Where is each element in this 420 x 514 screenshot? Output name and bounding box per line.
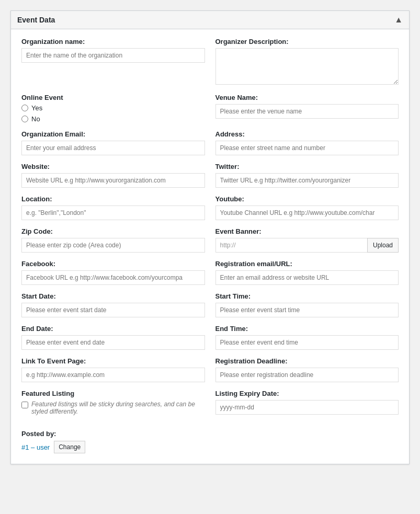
listing-expiry-label: Listing Expiry Date: bbox=[215, 390, 399, 397]
col-facebook: Facebook: bbox=[21, 260, 205, 285]
radio-no-item[interactable]: No bbox=[21, 115, 205, 123]
row-website-twitter: Website: Twitter: bbox=[21, 163, 399, 188]
org-desc-textarea[interactable] bbox=[215, 48, 399, 85]
online-event-radio-group: Yes No bbox=[21, 104, 205, 123]
col-venue-name: Venue Name: bbox=[215, 94, 399, 123]
radio-no[interactable] bbox=[21, 116, 28, 122]
row-link-deadline: Link To Event Page: Registration Deadlin… bbox=[21, 357, 399, 382]
upload-button[interactable]: Upload bbox=[367, 238, 399, 253]
col-address: Address: bbox=[215, 130, 399, 155]
reg-deadline-label: Registration Deadline: bbox=[215, 357, 399, 365]
end-time-label: End Time: bbox=[215, 325, 399, 333]
collapse-arrow[interactable]: ▲ bbox=[394, 15, 403, 25]
posted-by-section: Posted by: #1 – user Change bbox=[21, 430, 399, 453]
listing-expiry-input[interactable] bbox=[215, 400, 399, 415]
radio-yes-label: Yes bbox=[31, 104, 42, 112]
col-zip: Zip Code: bbox=[21, 227, 205, 253]
posted-by-row: #1 – user Change bbox=[21, 441, 399, 453]
radio-no-label: No bbox=[31, 115, 40, 123]
col-listing-expiry: Listing Expiry Date: bbox=[215, 390, 399, 422]
event-data-panel: Event Data ▲ Organization name: Organize… bbox=[10, 10, 410, 464]
end-date-label: End Date: bbox=[21, 325, 205, 333]
featured-desc-text: Featured listings will be sticky during … bbox=[31, 401, 205, 415]
row-start-date-time: Start Date: Start Time: bbox=[21, 292, 399, 317]
zip-label: Zip Code: bbox=[21, 227, 205, 235]
featured-desc-row: Featured listings will be sticky during … bbox=[21, 401, 205, 415]
col-location: Location: bbox=[21, 195, 205, 220]
row-org-name-desc: Organization name: Organizer Description… bbox=[21, 38, 399, 86]
start-date-input[interactable] bbox=[21, 303, 205, 317]
row-featured-expiry: Featured Listing Featured listings will … bbox=[21, 390, 399, 422]
website-label: Website: bbox=[21, 163, 205, 170]
row-facebook-reg: Facebook: Registration email/URL: bbox=[21, 260, 399, 285]
org-desc-label: Organizer Description: bbox=[215, 38, 399, 45]
event-banner-label: Event Banner: bbox=[215, 227, 399, 235]
start-date-label: Start Date: bbox=[21, 292, 205, 300]
radio-yes-item[interactable]: Yes bbox=[21, 104, 205, 112]
panel-body: Organization name: Organizer Description… bbox=[11, 29, 409, 464]
col-online-event: Online Event Yes No bbox=[21, 94, 205, 123]
org-name-label: Organization name: bbox=[21, 38, 205, 45]
col-event-banner: Event Banner: Upload bbox=[215, 227, 399, 253]
online-event-label: Online Event bbox=[21, 94, 205, 101]
twitter-input[interactable] bbox=[215, 173, 399, 188]
col-featured: Featured Listing Featured listings will … bbox=[21, 390, 205, 422]
location-label: Location: bbox=[21, 195, 205, 203]
featured-checkbox[interactable] bbox=[21, 402, 28, 408]
website-input[interactable] bbox=[21, 173, 205, 188]
col-org-name: Organization name: bbox=[21, 38, 205, 86]
row-email-address: Organization Email: Address: bbox=[21, 130, 399, 155]
reg-email-input[interactable] bbox=[215, 270, 399, 285]
col-youtube: Youtube: bbox=[215, 195, 399, 220]
row-location-youtube: Location: Youtube: bbox=[21, 195, 399, 220]
venue-name-label: Venue Name: bbox=[215, 94, 399, 101]
facebook-label: Facebook: bbox=[21, 260, 205, 268]
address-input[interactable] bbox=[215, 141, 399, 155]
col-end-time: End Time: bbox=[215, 325, 399, 350]
col-reg-email: Registration email/URL: bbox=[215, 260, 399, 285]
link-event-label: Link To Event Page: bbox=[21, 357, 205, 365]
featured-label: Featured Listing bbox=[21, 390, 205, 397]
col-start-date: Start Date: bbox=[21, 292, 205, 317]
featured-section: Featured Listing Featured listings will … bbox=[21, 390, 205, 415]
radio-yes[interactable] bbox=[21, 105, 28, 111]
col-org-email: Organization Email: bbox=[21, 130, 205, 155]
reg-email-label: Registration email/URL: bbox=[215, 260, 399, 268]
twitter-label: Twitter: bbox=[215, 163, 399, 170]
col-reg-deadline: Registration Deadline: bbox=[215, 357, 399, 382]
banner-input-row: Upload bbox=[215, 238, 399, 253]
end-time-input[interactable] bbox=[215, 335, 399, 350]
youtube-label: Youtube: bbox=[215, 195, 399, 203]
row-zip-banner: Zip Code: Event Banner: Upload bbox=[21, 227, 399, 253]
col-start-time: Start Time: bbox=[215, 292, 399, 317]
col-org-desc: Organizer Description: bbox=[215, 38, 399, 86]
zip-input[interactable] bbox=[21, 238, 205, 253]
venue-name-input[interactable] bbox=[215, 104, 399, 119]
facebook-input[interactable] bbox=[21, 270, 205, 285]
row-end-date-time: End Date: End Time: bbox=[21, 325, 399, 350]
reg-deadline-input[interactable] bbox=[215, 368, 399, 382]
posted-by-label: Posted by: bbox=[21, 430, 399, 438]
change-button[interactable]: Change bbox=[54, 441, 85, 453]
panel-header: Event Data ▲ bbox=[11, 11, 409, 29]
location-input[interactable] bbox=[21, 205, 205, 220]
end-date-input[interactable] bbox=[21, 335, 205, 350]
start-time-input[interactable] bbox=[215, 303, 399, 317]
org-name-input[interactable] bbox=[21, 48, 205, 63]
row-online-venue: Online Event Yes No Venue Name: bbox=[21, 94, 399, 123]
start-time-label: Start Time: bbox=[215, 292, 399, 300]
event-banner-input[interactable] bbox=[215, 238, 367, 253]
address-label: Address: bbox=[215, 130, 399, 138]
org-email-input[interactable] bbox=[21, 141, 205, 155]
link-event-input[interactable] bbox=[21, 368, 205, 382]
posted-by-link[interactable]: #1 – user bbox=[21, 443, 50, 451]
col-end-date: End Date: bbox=[21, 325, 205, 350]
col-twitter: Twitter: bbox=[215, 163, 399, 188]
col-website: Website: bbox=[21, 163, 205, 188]
org-email-label: Organization Email: bbox=[21, 130, 205, 138]
youtube-input[interactable] bbox=[215, 205, 399, 220]
col-link-event: Link To Event Page: bbox=[21, 357, 205, 382]
panel-title: Event Data bbox=[17, 16, 55, 24]
